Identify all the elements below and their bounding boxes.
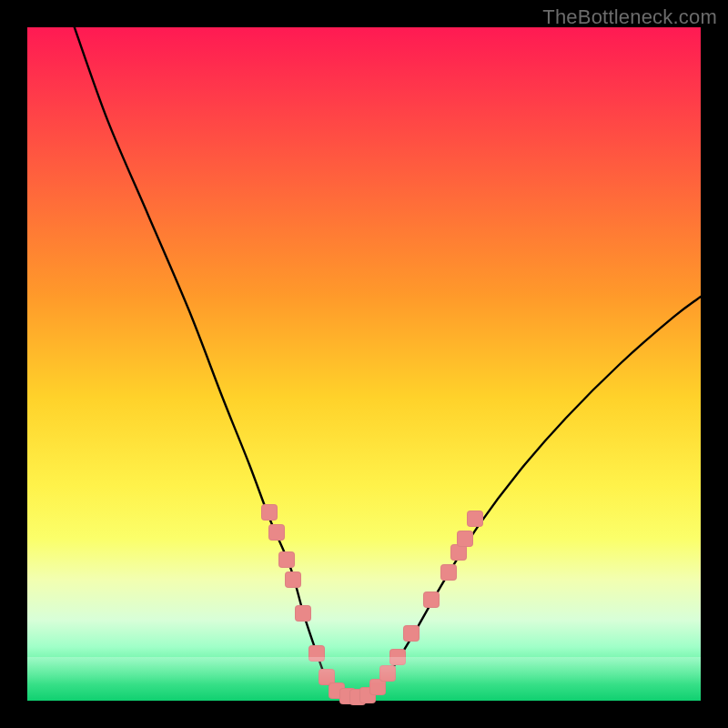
data-marker — [403, 625, 420, 642]
watermark-text: TheBottleneck.com — [542, 5, 717, 29]
data-marker — [423, 592, 440, 608]
bottleneck-curve — [27, 27, 701, 701]
data-marker — [285, 571, 301, 588]
data-marker — [440, 564, 457, 581]
data-marker — [268, 524, 285, 541]
data-marker — [467, 511, 483, 527]
data-marker — [379, 665, 396, 682]
data-marker — [278, 551, 295, 568]
plot-area — [27, 27, 701, 701]
data-marker — [457, 531, 473, 547]
data-marker — [295, 605, 311, 622]
chart-stage: TheBottleneck.com — [0, 0, 728, 728]
data-marker — [389, 649, 406, 665]
data-marker — [308, 645, 325, 662]
data-marker — [261, 504, 278, 521]
